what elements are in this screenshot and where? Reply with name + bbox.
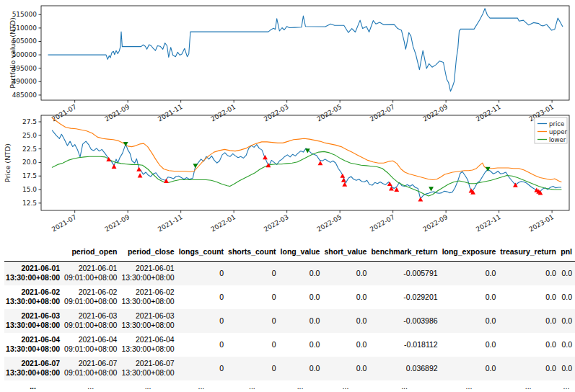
column-header-shorts_count: shorts_count (227, 241, 279, 262)
buy-signal-marker (106, 157, 111, 161)
column-header-pnl: pnl (559, 241, 575, 262)
cell-long_value: 0.0 (279, 309, 323, 333)
table-row: 2021-06-03 13:30:00+08:002021-06-03 09:0… (4, 309, 575, 333)
column-header-short_value: short_value (322, 241, 369, 262)
cell-benchmark_return: ... (369, 380, 440, 392)
buy-signal-marker (389, 186, 394, 190)
x-tick-label: 2022-01 (210, 103, 237, 122)
buy-signal-marker (112, 164, 117, 169)
x-tick-label: 2022-09 (422, 213, 449, 233)
cell-long_value: 0.0 (279, 333, 323, 357)
cell-treasury_return: 0.0 (499, 333, 559, 357)
index-header (4, 241, 63, 262)
cell-short_value: 0.0 (322, 285, 369, 309)
cell-treasury_return: 0.0 (499, 262, 559, 285)
x-tick-label: 2022-03 (263, 213, 290, 233)
cell-period_open: 2021-06-03 09:01:00+08:00 (63, 309, 120, 333)
cell-pnl: 0.0 (559, 357, 575, 380)
cell-period_open: ... (63, 380, 120, 392)
cell-long_value: 0.0 (279, 357, 323, 380)
cell-longs_count: ... (177, 380, 227, 392)
cell-period_close: 2021-06-02 13:30:00+08:00 (120, 285, 177, 309)
table-row: 2021-06-07 13:30:00+08:002021-06-07 09:0… (4, 357, 575, 380)
y-axis-label: Portfolio value (NTD) (9, 17, 17, 89)
cell-shorts_count: 0 (227, 357, 279, 380)
cell-short_value: 0.0 (322, 309, 369, 333)
table-header-row: period_openperiod_closelongs_countshorts… (4, 241, 575, 262)
cell-treasury_return: 0.0 (499, 285, 559, 309)
x-tick-label: 2022-03 (263, 103, 290, 122)
backtest-table-wrap: period_openperiod_closelongs_countshorts… (0, 241, 575, 392)
legend: priceupperlower (535, 117, 567, 143)
cell-pnl: ... (559, 380, 575, 392)
y-axis-label: Price (NTD) (4, 143, 12, 182)
cell-benchmark_return: -0.018112 (369, 333, 440, 357)
cell-treasury_return: 0.0 (499, 357, 559, 380)
x-tick-label: 2023-01 (528, 213, 556, 233)
cell-period_close: ... (120, 380, 177, 392)
column-header-period_open: period_open (63, 241, 120, 262)
cell-longs_count: 0 (177, 285, 227, 309)
column-header-period_close: period_close (120, 241, 177, 262)
cell-short_value: 0.0 (322, 357, 369, 380)
legend-label: price (549, 120, 564, 128)
cell-shorts_count: 0 (227, 333, 279, 357)
buy-signal-marker (341, 178, 346, 182)
cell-long_value: 0.0 (279, 285, 323, 309)
cell-long_exposure: 0.0 (441, 333, 499, 357)
cell-period_open: 2021-06-02 09:01:00+08:00 (63, 285, 120, 309)
table-row: 2021-06-01 13:30:00+08:002021-06-01 09:0… (4, 262, 575, 285)
price-bands-chart: 12.515.017.520.022.525.027.52021-072021-… (4, 115, 569, 233)
column-header-treasury_return: treasury_return (499, 241, 559, 262)
plot-frame (41, 115, 569, 210)
cell-pnl: 0.0 (559, 285, 575, 309)
x-tick-label: 2022-07 (369, 213, 396, 233)
cell-period_close: 2021-06-01 13:30:00+08:00 (120, 262, 177, 285)
legend-label: upper (549, 128, 567, 135)
cell-treasury_return: ... (499, 380, 559, 392)
cell-period_close: 2021-06-07 13:30:00+08:00 (120, 357, 177, 380)
buy-signal-marker (138, 173, 143, 177)
column-header-long_exposure: long_exposure (441, 241, 499, 262)
cell-period_open: 2021-06-07 09:01:00+08:00 (63, 357, 120, 380)
cell-pnl: 0.0 (559, 309, 575, 333)
portfolio-value-chart: 4850004900004950005000005050005100005150… (9, 6, 569, 123)
index-cell: 2021-06-01 13:30:00+08:00 (4, 262, 63, 285)
cell-short_value: ... (322, 380, 369, 392)
cell-shorts_count: ... (227, 380, 279, 392)
y-tick-label: 485000 (12, 92, 38, 99)
cell-long_value: ... (279, 380, 323, 392)
buy-signal-marker (342, 182, 347, 187)
table-row-ellipsis: ................................. (4, 380, 575, 392)
y-tick-label: 15.0 (22, 186, 37, 193)
index-cell: 2021-06-02 13:30:00+08:00 (4, 285, 63, 309)
y-tick-label: 27.5 (22, 118, 37, 125)
x-tick-label: 2022-11 (475, 213, 502, 233)
series-lower (52, 151, 561, 196)
cell-pnl: 0.0 (559, 262, 575, 285)
cell-longs_count: 0 (177, 309, 227, 333)
x-tick-label: 2022-11 (475, 103, 502, 122)
cell-benchmark_return: 0.036892 (369, 357, 440, 380)
cell-longs_count: 0 (177, 262, 227, 285)
cell-shorts_count: 0 (227, 262, 279, 285)
buy-signal-marker (136, 167, 141, 172)
cell-long_exposure: 0.0 (441, 262, 499, 285)
sell-signal-marker (429, 187, 434, 191)
y-tick-label: 22.5 (22, 146, 37, 153)
y-tick-label: 20.0 (22, 159, 37, 166)
column-header-benchmark_return: benchmark_return (369, 241, 440, 262)
cell-longs_count: 0 (177, 357, 227, 380)
cell-pnl: 0.0 (559, 333, 575, 357)
cell-shorts_count: 0 (227, 285, 279, 309)
y-tick-label: 515000 (12, 11, 38, 18)
cell-long_value: 0.0 (279, 262, 323, 285)
backtest-table: period_openperiod_closelongs_countshorts… (4, 241, 575, 392)
series-portfolio_value (48, 9, 563, 92)
x-tick-label: 2022-05 (316, 103, 343, 122)
table-row: 2021-06-02 13:30:00+08:002021-06-02 09:0… (4, 285, 575, 309)
buy-signal-marker (318, 161, 323, 165)
index-cell: 2021-06-03 13:30:00+08:00 (4, 309, 63, 333)
column-header-long_value: long_value (279, 241, 323, 262)
index-cell: 2021-06-07 13:30:00+08:00 (4, 357, 63, 380)
